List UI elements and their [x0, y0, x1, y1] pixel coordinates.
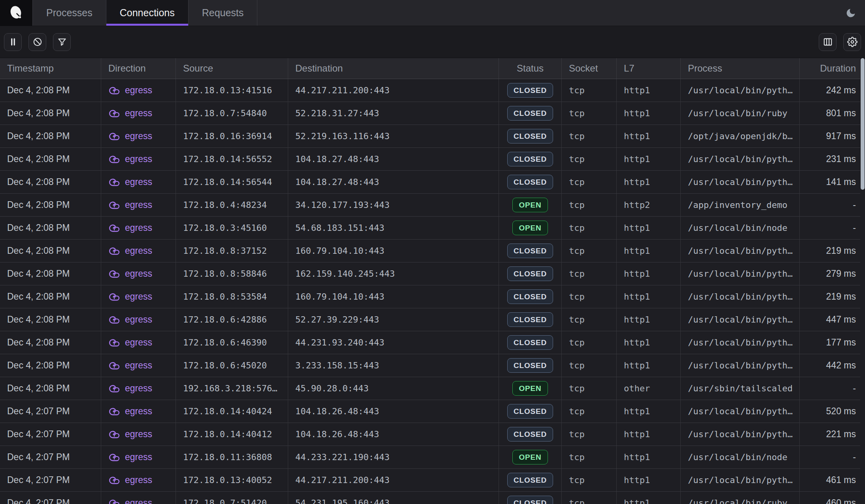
cell-socket: tcp	[562, 102, 617, 125]
cell-process: /usr/local/bin/ruby	[681, 492, 800, 504]
cell-status: CLOSED	[499, 492, 562, 504]
tab-requests[interactable]: Requests	[189, 0, 258, 26]
egress-icon	[108, 497, 120, 504]
table-row[interactable]: Dec 4, 2:08 PMegress172.18.0.14:56544104…	[0, 171, 865, 194]
cell-direction: egress	[101, 308, 176, 331]
cell-timestamp: Dec 4, 2:08 PM	[0, 262, 101, 285]
status-badge: CLOSED	[507, 404, 553, 419]
table-row[interactable]: Dec 4, 2:08 PMegress172.18.0.6:450203.23…	[0, 354, 865, 377]
tab-connections[interactable]: Connections	[106, 0, 189, 26]
cell-timestamp: Dec 4, 2:08 PM	[0, 308, 101, 331]
cell-destination: 52.219.163.116:443	[288, 125, 499, 147]
cell-process: /usr/local/bin/pyth…	[681, 171, 800, 193]
gear-icon	[847, 37, 857, 47]
table-row[interactable]: Dec 4, 2:08 PMegress172.18.0.8:53584160.…	[0, 285, 865, 308]
table-row[interactable]: Dec 4, 2:08 PMegress172.18.0.6:4288652.2…	[0, 308, 865, 331]
tab-label: Connections	[120, 7, 175, 19]
column-header-status[interactable]: Status	[499, 58, 562, 79]
cell-direction: egress	[101, 400, 176, 423]
column-header-process[interactable]: Process	[681, 58, 800, 79]
cell-source: 172.18.0.6:42886	[176, 308, 288, 331]
column-header-socket[interactable]: Socket	[562, 58, 617, 79]
table-row[interactable]: Dec 4, 2:07 PMegress172.18.0.13:4005244.…	[0, 469, 865, 492]
cell-timestamp: Dec 4, 2:08 PM	[0, 285, 101, 308]
cell-source: 172.18.0.3:45160	[176, 217, 288, 239]
connections-table: TimestampDirectionSourceDestinationStatu…	[0, 58, 865, 504]
tab-label: Requests	[202, 7, 244, 19]
cell-status: OPEN	[499, 217, 562, 239]
cell-direction: egress	[101, 423, 176, 445]
settings-button[interactable]	[843, 33, 861, 51]
table-row[interactable]: Dec 4, 2:08 PMegress172.18.0.8:58846162.…	[0, 262, 865, 285]
table-row[interactable]: Dec 4, 2:08 PMegress192.168.3.218:576…45…	[0, 377, 865, 400]
table-row[interactable]: Dec 4, 2:07 PMegress172.18.0.14:40424104…	[0, 400, 865, 423]
cell-socket: tcp	[562, 79, 617, 102]
cell-destination: 45.90.28.0:443	[288, 377, 499, 400]
tab-label: Processes	[46, 7, 93, 19]
cell-duration: -	[800, 377, 865, 400]
egress-icon	[108, 360, 120, 372]
egress-icon	[108, 451, 120, 463]
status-badge: OPEN	[512, 381, 548, 396]
cell-direction: egress	[101, 125, 176, 147]
table-row[interactable]: Dec 4, 2:08 PMegress172.18.0.14:56552104…	[0, 148, 865, 171]
pause-button[interactable]	[4, 33, 22, 51]
egress-icon	[108, 268, 120, 280]
table-row[interactable]: Dec 4, 2:07 PMegress172.18.0.14:40412104…	[0, 423, 865, 446]
cell-source: 172.18.0.8:37152	[176, 240, 288, 262]
scrollbar-track[interactable]	[860, 58, 865, 504]
cell-process: /usr/local/bin/pyth…	[681, 240, 800, 262]
cell-direction: egress	[101, 171, 176, 193]
status-badge: CLOSED	[507, 129, 553, 143]
column-header-timestamp[interactable]: Timestamp	[0, 58, 101, 79]
cell-timestamp: Dec 4, 2:08 PM	[0, 102, 101, 125]
column-header-duration[interactable]: Duration	[800, 58, 865, 79]
direction-label: egress	[125, 223, 152, 233]
table-row[interactable]: Dec 4, 2:08 PMegress172.18.0.13:4151644.…	[0, 79, 865, 102]
filter-button[interactable]	[53, 33, 71, 51]
cell-duration: 231 ms	[800, 148, 865, 170]
theme-toggle[interactable]	[845, 0, 865, 26]
cell-destination: 54.68.183.151:443	[288, 217, 499, 239]
egress-icon	[108, 245, 120, 257]
table-row[interactable]: Dec 4, 2:07 PMegress172.18.0.11:3680844.…	[0, 446, 865, 469]
table-row[interactable]: Dec 4, 2:08 PMegress172.18.0.4:4823434.1…	[0, 194, 865, 217]
cell-direction: egress	[101, 217, 176, 239]
table-body: Dec 4, 2:08 PMegress172.18.0.13:4151644.…	[0, 79, 865, 504]
column-header-direction[interactable]: Direction	[101, 58, 176, 79]
cell-duration: 460 ms	[800, 492, 865, 504]
columns-button[interactable]	[819, 33, 837, 51]
scrollbar-thumb[interactable]	[861, 58, 865, 190]
cell-destination: 44.217.211.200:443	[288, 469, 499, 491]
cell-status: OPEN	[499, 446, 562, 468]
cell-destination: 44.231.93.240:443	[288, 331, 499, 354]
cell-source: 172.18.0.13:41516	[176, 79, 288, 102]
cell-destination: 162.159.140.245:443	[288, 262, 499, 285]
column-header-source[interactable]: Source	[176, 58, 288, 79]
table-row[interactable]: Dec 4, 2:07 PMegress172.18.0.7:5142054.2…	[0, 492, 865, 504]
table-row[interactable]: Dec 4, 2:08 PMegress172.18.0.6:4639044.2…	[0, 331, 865, 354]
tab-processes[interactable]: Processes	[33, 0, 106, 26]
cell-duration: -	[800, 446, 865, 468]
table-row[interactable]: Dec 4, 2:08 PMegress172.18.0.3:4516054.6…	[0, 217, 865, 240]
column-header-l7[interactable]: L7	[617, 58, 681, 79]
cell-socket: tcp	[562, 240, 617, 262]
cell-process: /usr/local/bin/pyth…	[681, 262, 800, 285]
cell-timestamp: Dec 4, 2:08 PM	[0, 148, 101, 170]
app-logo[interactable]	[0, 0, 33, 26]
table-row[interactable]: Dec 4, 2:08 PMegress172.18.0.7:5484052.2…	[0, 102, 865, 125]
egress-icon	[108, 337, 120, 349]
tab-bar-tabs: ProcessesConnectionsRequests	[33, 0, 257, 26]
table-row[interactable]: Dec 4, 2:08 PMegress172.18.0.8:37152160.…	[0, 240, 865, 262]
clear-button[interactable]	[28, 33, 46, 51]
cell-destination: 104.18.26.48:443	[288, 423, 499, 445]
column-header-destination[interactable]: Destination	[288, 58, 499, 79]
cell-process: /usr/local/bin/pyth…	[681, 79, 800, 102]
table-row[interactable]: Dec 4, 2:08 PMegress172.18.0.16:3691452.…	[0, 125, 865, 148]
cell-status: CLOSED	[499, 262, 562, 285]
cell-source: 172.18.0.16:36914	[176, 125, 288, 147]
egress-icon	[108, 108, 120, 119]
cell-process: /usr/local/bin/pyth…	[681, 469, 800, 491]
direction-label: egress	[125, 360, 152, 371]
cell-destination: 3.233.158.15:443	[288, 354, 499, 377]
